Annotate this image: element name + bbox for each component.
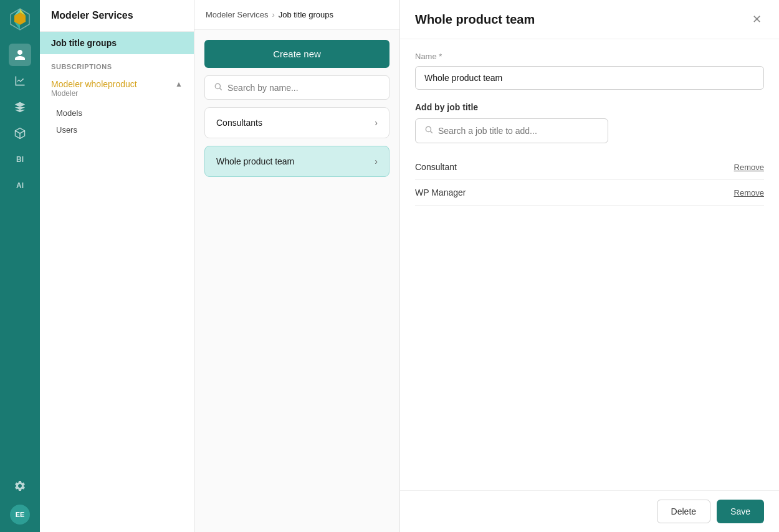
- job-title-search-input[interactable]: [438, 126, 599, 136]
- chevron-right-icon: ›: [375, 118, 378, 128]
- search-box: [204, 75, 390, 100]
- create-new-button[interactable]: Create new: [204, 40, 390, 68]
- sidebar: Modeler Services Job title groups SUBSCR…: [40, 0, 194, 532]
- middle-panel: Modeler Services › Job title groups Crea…: [194, 0, 400, 532]
- detail-footer: Delete Save: [400, 490, 779, 532]
- nav-icon-cube[interactable]: [9, 122, 31, 145]
- save-button[interactable]: Save: [717, 500, 764, 523]
- chevron-right-icon-active: ›: [375, 156, 378, 166]
- breadcrumb-parent[interactable]: Modeler Services: [206, 10, 268, 19]
- nav-icon-person[interactable]: [9, 44, 31, 66]
- sidebar-link-models[interactable]: Models: [45, 105, 194, 121]
- nav-icon-ai[interactable]: AI: [9, 174, 31, 197]
- add-job-title-label: Add by job title: [415, 102, 764, 112]
- breadcrumb: Modeler Services › Job title groups: [194, 0, 399, 30]
- sidebar-link-users[interactable]: Users: [45, 122, 194, 138]
- detail-panel: Whole product team ✕ Name * Add by job t…: [400, 0, 779, 532]
- chevron-up-icon: ▲: [175, 80, 183, 88]
- job-title-name-consultant: Consultant: [415, 162, 457, 172]
- group-card-consultants[interactable]: Consultants ›: [204, 107, 390, 138]
- icon-nav: BI AI EE: [0, 0, 40, 532]
- job-search-icon: [424, 125, 433, 136]
- remove-consultant-button[interactable]: Remove: [734, 163, 764, 172]
- job-title-row-consultant: Consultant Remove: [415, 154, 764, 180]
- user-avatar[interactable]: EE: [10, 505, 30, 525]
- subscription-name[interactable]: Modeler wholeproduct ▲: [51, 79, 183, 89]
- search-icon: [214, 82, 222, 93]
- svg-point-10: [426, 126, 431, 131]
- job-title-list: Consultant Remove WP Manager Remove: [415, 154, 764, 206]
- job-title-name-wp-manager: WP Manager: [415, 188, 466, 197]
- svg-line-11: [431, 131, 433, 133]
- close-button[interactable]: ✕: [750, 11, 764, 27]
- detail-body: Name * Add by job title Consultant Remov…: [400, 39, 779, 490]
- remove-wp-manager-button[interactable]: Remove: [734, 188, 764, 197]
- sub-links: Models Users: [40, 103, 194, 138]
- detail-title: Whole product team: [415, 12, 535, 27]
- sidebar-item-job-title-groups[interactable]: Job title groups: [40, 32, 194, 54]
- svg-point-8: [215, 83, 220, 88]
- sidebar-header: Modeler Services: [40, 0, 194, 32]
- subscription-sub: Modeler: [51, 89, 183, 98]
- settings-icon[interactable]: [9, 475, 31, 497]
- detail-header: Whole product team ✕: [400, 0, 779, 39]
- search-input[interactable]: [227, 83, 380, 93]
- middle-content: Create new Consultants › Whole product t…: [194, 30, 399, 187]
- nav-icon-bi[interactable]: BI: [9, 148, 31, 171]
- group-card-whole-product-team[interactable]: Whole product team ›: [204, 146, 390, 177]
- nav-icon-chart[interactable]: [9, 70, 31, 92]
- svg-line-9: [220, 88, 222, 90]
- subscriptions-label: SUBSCRIPTIONS: [40, 54, 194, 74]
- breadcrumb-current: Job title groups: [279, 10, 333, 19]
- name-field-label: Name *: [415, 52, 764, 61]
- svg-line-6: [16, 131, 21, 133]
- app-logo[interactable]: [8, 7, 32, 34]
- job-title-row-wp-manager: WP Manager Remove: [415, 180, 764, 206]
- svg-line-7: [20, 131, 25, 133]
- delete-button[interactable]: Delete: [657, 500, 710, 523]
- subscription-item: Modeler wholeproduct ▲ Modeler: [40, 74, 194, 103]
- job-title-search-box: [415, 118, 608, 143]
- breadcrumb-separator: ›: [272, 10, 274, 19]
- name-input[interactable]: [415, 66, 764, 90]
- nav-icon-layers[interactable]: [9, 96, 31, 118]
